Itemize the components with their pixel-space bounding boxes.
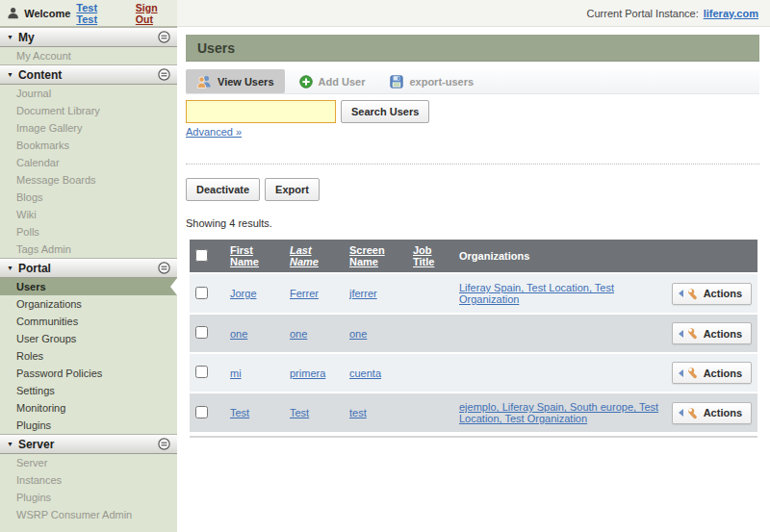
sidebar-item-communities[interactable]: Communities xyxy=(0,313,177,330)
sidebar-item-users[interactable]: Users xyxy=(0,278,177,295)
first-name-link[interactable]: Jorge xyxy=(230,288,257,299)
wrench-icon xyxy=(687,288,700,300)
caret-down-icon: ▼ xyxy=(7,441,13,447)
last-name-link[interactable]: primera xyxy=(290,367,325,379)
sidebar-item-settings[interactable]: Settings xyxy=(0,382,177,399)
export-button[interactable]: Export xyxy=(265,178,320,201)
actions-label: Actions xyxy=(704,367,742,379)
actions-button[interactable]: Actions xyxy=(672,362,752,384)
arrow-left-icon xyxy=(679,290,683,297)
tab-view-users[interactable]: View Users xyxy=(186,69,285,93)
sidebar-item-server-plugins[interactable]: Plugins xyxy=(0,489,177,506)
sidebar-item-plugins[interactable]: Plugins xyxy=(0,417,177,434)
last-name-link[interactable]: one xyxy=(290,328,307,340)
collapse-section-icon[interactable] xyxy=(158,68,170,81)
sidebar-item-document-library[interactable]: Document Library xyxy=(0,102,177,119)
collapse-section-icon[interactable] xyxy=(158,438,170,450)
tab-export-users[interactable]: export-users xyxy=(379,69,484,93)
sidebar-item-bookmarks[interactable]: Bookmarks xyxy=(0,137,177,154)
current-user-link[interactable]: Test Test xyxy=(76,2,113,25)
caret-down-icon: ▼ xyxy=(7,34,13,40)
screen-name-link[interactable]: jferrer xyxy=(349,288,377,299)
top-bar: Welcome Test Test Sign Out Current Porta… xyxy=(0,0,770,27)
sort-first-name[interactable]: First Name xyxy=(230,244,278,267)
sidebar-item-wsrp-consumer-admin[interactable]: WSRP Consumer Admin xyxy=(0,506,177,523)
search-input[interactable] xyxy=(186,100,336,123)
table-row: mi primera cuenta Actions xyxy=(190,354,757,392)
tab-label: Add User xyxy=(319,76,366,88)
sidebar-item-roles[interactable]: Roles xyxy=(0,347,177,365)
col-last-name: Last Name xyxy=(284,240,344,272)
row-checkbox[interactable] xyxy=(195,366,208,378)
sidebar-section-content[interactable]: ▼ Content xyxy=(0,64,177,85)
portlet-tabs: View Users Add User export-users xyxy=(186,69,759,94)
wrench-icon xyxy=(687,327,700,340)
row-checkbox[interactable] xyxy=(195,326,208,339)
portal-instance-link[interactable]: liferay.com xyxy=(704,8,758,19)
screen-name-link[interactable]: test xyxy=(349,407,367,418)
search-users-button[interactable]: Search Users xyxy=(341,100,429,123)
page-title: Users xyxy=(186,35,759,62)
last-name-link[interactable]: Ferrer xyxy=(290,288,319,299)
save-icon xyxy=(390,75,403,89)
sort-last-name[interactable]: Last Name xyxy=(290,244,338,267)
first-name-link[interactable]: Test xyxy=(230,407,249,418)
sidebar-item-organizations[interactable]: Organizations xyxy=(0,295,177,313)
select-all-checkbox[interactable] xyxy=(195,249,208,262)
sidebar-item-wiki[interactable]: Wiki xyxy=(0,206,177,223)
advanced-search-link[interactable]: Advanced » xyxy=(186,126,242,138)
sidebar-item-instances[interactable]: Instances xyxy=(0,471,177,489)
sidebar-item-monitoring[interactable]: Monitoring xyxy=(0,399,177,417)
organizations-link[interactable]: ejemplo, Liferay Spain, South europe, Te… xyxy=(459,401,658,424)
deactivate-button[interactable]: Deactivate xyxy=(186,178,260,201)
caret-down-icon: ▼ xyxy=(7,265,13,271)
collapse-section-icon[interactable] xyxy=(158,31,170,43)
row-select-cell xyxy=(190,393,224,432)
arrow-left-icon xyxy=(679,369,683,377)
screen-name-link[interactable]: one xyxy=(349,328,367,340)
main-content: Users View Users Add User export-users S… xyxy=(177,27,770,532)
collapse-section-icon[interactable] xyxy=(158,262,170,274)
col-screen-name: Screen Name xyxy=(344,240,407,272)
actions-button[interactable]: Actions xyxy=(672,283,752,305)
users-table: First Name Last Name Screen Name Job Tit… xyxy=(190,238,757,434)
user-silhouette-icon xyxy=(8,6,18,20)
sidebar-item-polls[interactable]: Polls xyxy=(0,223,177,241)
sort-screen-name[interactable]: Screen Name xyxy=(349,244,401,267)
row-checkbox[interactable] xyxy=(195,406,208,418)
sidebar-section-server[interactable]: ▼ Server xyxy=(0,434,177,454)
sidebar-item-password-policies[interactable]: Password Policies xyxy=(0,365,177,382)
sidebar-nav: ▼ My My Account ▼ Content Journal Docume… xyxy=(0,27,177,532)
actions-button[interactable]: Actions xyxy=(672,322,752,344)
screen-name-link[interactable]: cuenta xyxy=(349,367,381,379)
sidebar-item-my-account[interactable]: My Account xyxy=(0,47,177,64)
actions-label: Actions xyxy=(704,288,742,299)
row-checkbox[interactable] xyxy=(195,287,208,299)
instance-bar: Current Portal Instance: liferay.com xyxy=(177,0,770,27)
table-bottom-border xyxy=(190,436,757,438)
sidebar-item-server[interactable]: Server xyxy=(0,454,177,471)
actions-button[interactable]: Actions xyxy=(672,402,752,424)
sidebar-section-my[interactable]: ▼ My xyxy=(0,27,177,47)
sidebar-item-blogs[interactable]: Blogs xyxy=(0,189,177,206)
sidebar-item-calendar[interactable]: Calendar xyxy=(0,154,177,171)
section-label: My xyxy=(18,31,153,44)
sidebar-item-tags-admin[interactable]: Tags Admin xyxy=(0,241,177,258)
organizations-link[interactable]: Liferay Spain, Test Location, Test Organ… xyxy=(459,282,614,305)
sign-out-link[interactable]: Sign Out xyxy=(136,2,169,25)
col-actions xyxy=(666,240,757,272)
sidebar-item-image-gallery[interactable]: Image Gallery xyxy=(0,119,177,137)
sidebar-item-message-boards[interactable]: Message Boards xyxy=(0,171,177,189)
bulk-actions-row: Deactivate Export xyxy=(186,178,759,201)
col-job-title: Job Title xyxy=(407,240,453,272)
last-name-link[interactable]: Test xyxy=(290,407,309,418)
tab-add-user[interactable]: Add User xyxy=(289,69,376,93)
sidebar-section-portal[interactable]: ▼ Portal xyxy=(0,258,177,278)
table-row: one one one Actions xyxy=(190,315,757,352)
sort-job-title[interactable]: Job Title xyxy=(413,244,448,267)
col-first-name: First Name xyxy=(224,240,284,272)
first-name-link[interactable]: mi xyxy=(230,367,242,379)
first-name-link[interactable]: one xyxy=(230,328,247,340)
sidebar-item-journal[interactable]: Journal xyxy=(0,85,177,102)
sidebar-item-user-groups[interactable]: User Groups xyxy=(0,330,177,347)
